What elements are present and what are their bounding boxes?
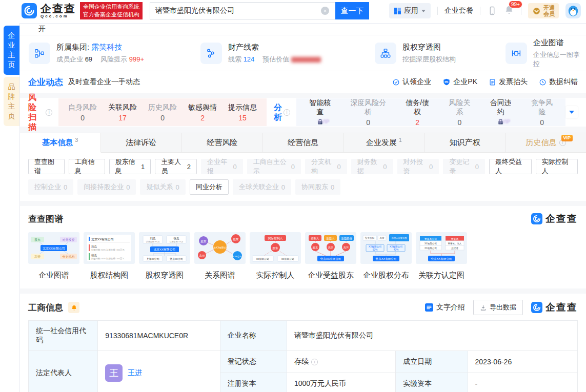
group-structure-icon: [29, 43, 50, 64]
search-button[interactable]: 查一下: [335, 2, 369, 19]
company-dynamics-row: 企业动态 及时查看企业一手动态 认领企业 PK 企业PK 发票抬头 数据纠错: [20, 71, 586, 93]
chip-key-personnel[interactable]: 主要人员2: [155, 159, 197, 174]
tab-legal-litigation[interactable]: 法律诉讼: [101, 133, 182, 153]
sidebar-item-brand-home[interactable]: 品牌主页: [4, 77, 19, 126]
legal-rep-link[interactable]: 王进: [128, 368, 142, 378]
tab-history-info[interactable]: 历史信息VIP: [506, 133, 586, 153]
graph-thumb-related-party[interactable]: 董监高公司 XX有限公司 XX有限公司 董监高 董事长、法人 总经理 北京XX有…: [416, 232, 467, 280]
apps-dropdown[interactable]: 应用: [389, 3, 431, 18]
search-input[interactable]: [150, 2, 335, 19]
legal-rep-label: 法定代表人: [29, 351, 98, 392]
enterprise-package-link[interactable]: 企业套餐: [444, 6, 473, 15]
sidebar-item-company-home[interactable]: 企业主页: [4, 26, 19, 75]
section-gap: [20, 201, 586, 206]
notification-bell[interactable]: 99+: [504, 5, 514, 17]
analysis-item-competition[interactable]: 竞争风险0: [521, 98, 562, 127]
graph-thumb-equity-structure[interactable]: 北京XX有限公司 刘总 持股结构: 60% 认缴金额: 160万元 张总 持股结…: [84, 232, 135, 280]
qcc-logo[interactable]: 企查查 Qcc.com: [22, 3, 76, 18]
subscribe-bell-button[interactable]: [68, 302, 79, 313]
chip-suspected-relations: 疑似关系0: [140, 179, 185, 195]
claim-company-button[interactable]: 认领企业: [392, 77, 431, 87]
risk-scan-label: 风险扫描: [28, 93, 52, 132]
chip-shareholder-info[interactable]: 股东信息1: [109, 159, 151, 174]
svg-text:XX有限公司: XX有限公司: [425, 242, 437, 245]
user-avatar[interactable]: [565, 3, 581, 18]
svg-text:高管: 高管: [199, 254, 206, 258]
analysis-item-smart-check[interactable]: 智能核查SVIP: [299, 98, 340, 127]
risk-item-related[interactable]: 关联风险17: [103, 103, 143, 122]
search-bar: 查一下: [150, 2, 369, 19]
risk-item-sentiment[interactable]: 敏感舆情2: [183, 103, 223, 122]
group-link[interactable]: 露笑科技: [91, 43, 122, 51]
asset-clues-icon: [200, 43, 222, 64]
main-panel: 开 所属集团: 露笑科技 成员企业 69风险提示 999+ 财产线索 线索 12…: [19, 23, 586, 392]
svg-text:高管: 高管: [34, 255, 41, 259]
graph-thumb-company-atlas[interactable]: 股东 对外投资 高管 分支机构 北京XX有限公司 企业图谱: [28, 232, 79, 280]
analysis-item-deep-risk[interactable]: 深度风险分析0: [340, 98, 396, 127]
analysis-item-risk-relation[interactable]: 风险关系0: [439, 98, 480, 127]
company-name-value: 诸暨市盛阳光伏有限公司: [287, 321, 577, 351]
graph-thumb-equity-distribution[interactable]: 投资机构 高管 自然人直接持股 XX有限公司60% XX有限公司40% 北京XX…: [360, 232, 412, 280]
vip-upgrade-button[interactable]: 开通会员: [528, 3, 559, 18]
svg-text:股东: 股东: [200, 240, 207, 243]
equity-distribution-preview: 投资机构 高管 自然人直接持股 XX有限公司60% XX有限公司40% 北京XX…: [360, 232, 412, 264]
table-row: 法定代表人 王 王进 登记状态 存续 成立日期 2023-06-26: [29, 351, 578, 373]
tab-basic-info[interactable]: 基本信息3: [20, 133, 101, 153]
mobile-app-icon[interactable]: [487, 6, 497, 16]
svg-text:上海xx公司: 上海xx公司: [146, 257, 159, 261]
risk-item-history[interactable]: 历史风险0: [143, 103, 183, 122]
risk-item-hints[interactable]: 提示信息15: [223, 103, 262, 122]
asset-clues-card[interactable]: 财产线索 线索 124预估价值: [200, 43, 375, 64]
tab-company-development[interactable]: 企业发展1: [343, 133, 425, 153]
company-pk-button[interactable]: PK 企业PK: [442, 77, 477, 87]
risk-item-self[interactable]: 自身风险0: [63, 103, 103, 122]
qcc-watermark-logo: 企查查: [531, 301, 578, 314]
export-data-button[interactable]: 导出数据: [473, 300, 523, 315]
svg-text:认缴金额:XX万: 认缴金额:XX万: [170, 240, 183, 243]
chip-business-info[interactable]: 工商信息: [69, 159, 105, 174]
risk-scan-row: 风险扫描 自身风险0 关联风险17 历史风险0 敏感舆情2 提示信息15 分析 …: [20, 98, 586, 127]
credit-code-label: 统一社会信用代码: [29, 321, 98, 351]
qcc-logo-icon: [531, 213, 542, 224]
analysis-item-contract-breach[interactable]: 合同违约SVIP: [480, 98, 521, 127]
tab-operation-info[interactable]: 经营信息: [263, 133, 344, 153]
info-icon: [311, 359, 318, 365]
expand-analysis-button[interactable]: [565, 106, 578, 118]
graph-thumb-equity-penetration[interactable]: 刘总认缴金额:XX万 张总认缴金额:XX万 北京XX有限公司 上海xx公司 北京…: [139, 232, 190, 280]
analysis-item-debt[interactable]: 债务/债权2: [396, 98, 439, 127]
text-intro-icon: [425, 303, 433, 312]
group-card[interactable]: 所属集团: 露笑科技 成员企业 69风险提示 999+: [29, 43, 200, 64]
graph-thumb-actual-controller[interactable]: 实际控制人 股东 xx有限公司 xx有限公司 实际控制人: [250, 232, 301, 280]
equity-penetration-icon: [375, 43, 396, 64]
graph-thumb-beneficial-shareholders[interactable]: 控制人 受益人 受益股份 股东 高管 高管 北京XX有限公司 企业受益股东: [305, 232, 356, 280]
svg-text:投资机构: 投资机构: [365, 236, 375, 240]
company-atlas-card[interactable]: 企业图谱 企业信息一图掌控: [506, 38, 586, 69]
svg-text:控制人: 控制人: [311, 237, 320, 240]
chip-chacha-graph[interactable]: 查查图谱: [28, 159, 65, 174]
svg-text:股东: 股东: [34, 238, 41, 242]
info-icon: [284, 109, 290, 116]
clear-search-icon[interactable]: [321, 7, 329, 15]
svg-text:董事长、法人: 董事长、法人: [448, 242, 462, 245]
actual-controller-preview: 实际控制人 股东 xx有限公司 xx有限公司: [250, 232, 301, 264]
invoice-title-button[interactable]: 发票抬头: [489, 77, 528, 87]
svg-text:北京XX有限公司: 北京XX有限公司: [154, 247, 176, 252]
text-intro-button[interactable]: 文字介绍: [425, 303, 465, 312]
tab-operation-risk[interactable]: 经营风险: [182, 133, 263, 153]
expand-toggle[interactable]: 开: [20, 24, 586, 35]
chip-ultimate-beneficiary[interactable]: 最终受益人: [489, 159, 531, 174]
equity-penetration-card[interactable]: 股权穿透图 挖掘深层股权结构: [375, 43, 506, 64]
risk-items: 自身风险0 关联风险17 历史风险0 敏感舆情2 提示信息15: [58, 98, 267, 126]
graph-thumb-relationship[interactable]: 股东 高管 北京XX有限公司 股东 XXX公司 关系图谱: [194, 232, 246, 280]
divider: [437, 7, 438, 15]
svg-text:60%: 60%: [373, 249, 378, 251]
svg-text:受益股份: 受益股份: [341, 237, 352, 240]
section-tabs: 基本信息3 法律诉讼 经营风险 经营信息 企业发展1 知识产权 历史信息VIP: [20, 133, 586, 153]
tab-intellectual-property[interactable]: 知识产权: [425, 133, 506, 153]
beneficial-shareholders-preview: 控制人 受益人 受益股份 股东 高管 高管 北京XX有限公司: [305, 232, 356, 264]
brand-domain: Qcc.com: [41, 14, 76, 18]
chacha-graph-section: 查查图谱 企查查 股东 对外投资 高管 分支机构 北京XX有限公司: [20, 206, 586, 288]
chip-actual-controller[interactable]: 实际控制人: [536, 159, 578, 174]
chip-peer-analysis[interactable]: 同业分析: [190, 179, 229, 195]
data-correction-button[interactable]: 数据纠错: [539, 77, 578, 87]
